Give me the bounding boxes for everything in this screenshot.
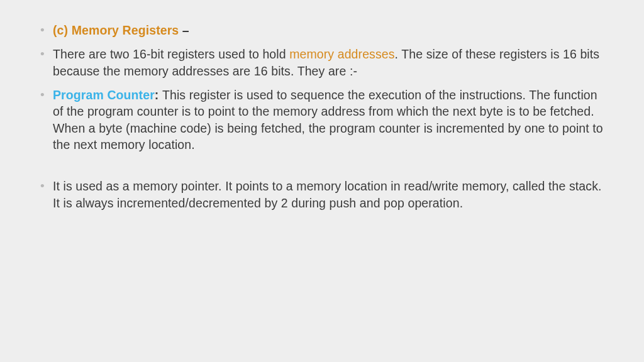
memory-addresses-link[interactable]: memory addresses [289,47,394,61]
program-counter-colon: : [155,88,162,102]
bullet-stack-pointer: It is used as a memory pointer. It point… [38,178,606,211]
slide-content: (c) Memory Registers – There are two 16-… [38,22,606,211]
heading-text: (c) Memory Registers [53,23,182,37]
bullet-intro-text: There are two 16-bit registers used to h… [38,46,606,79]
program-counter-heading: Program Counter [53,88,155,102]
bullet-program-counter: Program Counter: This register is used t… [38,87,606,153]
spacing-gap [38,160,606,178]
heading-dash: – [182,23,189,37]
intro-pre: There are two 16-bit registers used to h… [53,47,289,61]
bullet-memory-registers-heading: (c) Memory Registers – [38,22,606,38]
stack-pointer-body: It is used as a memory pointer. It point… [53,179,602,209]
